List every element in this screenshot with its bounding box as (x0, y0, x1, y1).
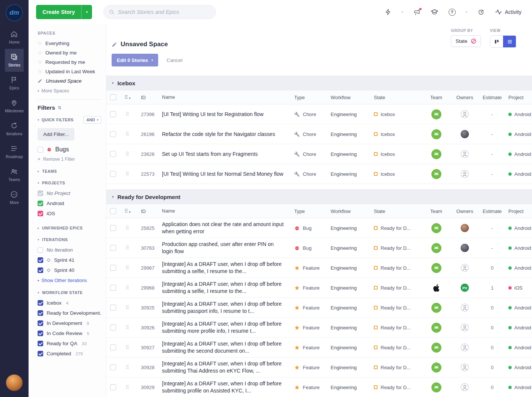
select-all-checkbox[interactable] (110, 208, 116, 214)
sidebar-space-item[interactable]: Unsaved Space (38, 76, 101, 86)
workflow-state-filter-item[interactable]: In Code Review 5 (38, 328, 101, 338)
create-story-dropdown[interactable]: ▾ (81, 5, 92, 19)
column-header-workflow[interactable]: Workflow (331, 95, 374, 100)
create-story-label[interactable]: Create Story (36, 5, 81, 19)
rail-item-teams[interactable]: Teams (5, 163, 24, 186)
rail-item-epics[interactable]: Epics (5, 72, 24, 95)
story-name-link[interactable]: Set up UI Test starts from any Fragments (156, 151, 291, 158)
story-name-link[interactable]: [Integrate] As a DRAFT user, when I drop… (156, 340, 291, 355)
star-icon[interactable]: ☆ (38, 60, 42, 65)
column-settings-icon[interactable]: ⠿▾ (124, 94, 130, 100)
bugs-quick-filter[interactable]: Bugs (38, 145, 101, 154)
history-icon[interactable] (478, 9, 485, 16)
group-header[interactable]: ▾ Ready for Development (106, 189, 532, 204)
column-header-team[interactable]: Team (423, 95, 450, 100)
row-checkbox[interactable] (110, 364, 116, 370)
workflow-state-checkbox[interactable] (38, 351, 43, 356)
table-row[interactable]: ⠿ 30928 [Integrate] As a DRAFT user, whe… (106, 358, 532, 377)
filters-sort-icon[interactable]: ⇅ (58, 105, 62, 110)
story-name-link[interactable]: [UI Test] Writing UI test for Registrati… (156, 111, 291, 118)
table-row[interactable]: ⠿ 29967 [Integrate] As a DRAFT user, whe… (106, 258, 532, 278)
star-icon[interactable]: ☆ (38, 50, 42, 55)
drag-handle-icon[interactable]: ⠿ (125, 225, 129, 231)
row-checkbox[interactable] (110, 151, 116, 157)
drag-handle-icon[interactable]: ⠿ (125, 325, 129, 331)
workflow-state-checkbox[interactable] (38, 310, 43, 316)
row-checkbox[interactable] (110, 111, 116, 117)
rail-item-home[interactable]: Home (5, 26, 24, 49)
drag-handle-icon[interactable]: ⠿ (125, 171, 129, 177)
column-header-team[interactable]: Team (423, 208, 450, 214)
column-header-estimate[interactable]: Estimate (480, 208, 505, 214)
rail-item-more[interactable]: More (5, 186, 24, 209)
show-other-iterations-link[interactable]: ▾ Show Other Iterations (38, 278, 101, 283)
sidebar-space-item[interactable]: ☆Owned by me (38, 48, 101, 57)
iterations-section-toggle[interactable]: ▾ ITERATIONS (38, 237, 101, 242)
learning-icon[interactable] (431, 8, 438, 16)
table-row[interactable]: ⠿ 26196 Refactor the code style for the … (106, 124, 532, 144)
drag-handle-icon[interactable]: ⠿ (125, 305, 129, 311)
table-row[interactable]: ⠿ 23626 Set up UI Test starts from any F… (106, 144, 532, 164)
story-name-link[interactable]: Refactor the code style for the Navigato… (156, 131, 291, 138)
drag-handle-icon[interactable]: ⠿ (125, 151, 129, 157)
project-filter-item[interactable]: No Project (38, 188, 101, 198)
star-icon[interactable]: ☆ (38, 69, 42, 74)
workflow-state-checkbox[interactable] (38, 300, 43, 306)
bugs-checkbox[interactable] (38, 147, 43, 152)
column-header-name[interactable]: Name (156, 94, 291, 101)
star-icon[interactable]: ☆ (38, 41, 42, 46)
workflow-state-filter-item[interactable]: In Development 9 (38, 318, 101, 328)
announcements-icon[interactable] (413, 9, 420, 16)
workspace-logo[interactable]: dm (6, 4, 23, 21)
drag-handle-icon[interactable]: ⠿ (125, 265, 129, 271)
row-checkbox[interactable] (110, 131, 116, 137)
drag-handle-icon[interactable]: ⠿ (125, 364, 129, 370)
quick-filters-toggle[interactable]: ▾ QUICK FILTERS (38, 118, 74, 122)
row-checkbox[interactable] (110, 285, 116, 291)
group-by-dropdown[interactable]: State (451, 35, 481, 47)
sidebar-space-item[interactable]: ☆Everything (38, 39, 101, 48)
sidebar-space-item[interactable]: ☆Updated in Last Week (38, 67, 101, 76)
column-header-state[interactable]: State (374, 208, 423, 214)
help-icon[interactable]: ? (449, 9, 456, 16)
project-filter-item[interactable]: iOS (38, 208, 101, 219)
add-filter-button[interactable]: Add Filter... (38, 128, 74, 140)
column-header-project[interactable]: Project (505, 95, 532, 100)
column-header-type[interactable]: Type (291, 208, 331, 214)
table-row[interactable]: ⠿ 22573 [UI Test] Writing UI test for No… (106, 164, 532, 184)
sidebar-space-item[interactable]: ☆Requested by me (38, 57, 101, 67)
remove-filter-button[interactable]: × Remove 1 Filter (38, 156, 101, 162)
table-row[interactable]: ⠿ 30926 [Integrate] As a DRAFT user, whe… (106, 318, 532, 338)
rail-item-stories[interactable]: Stories (5, 49, 24, 72)
project-checkbox[interactable] (38, 190, 43, 196)
activity-button[interactable]: Activity (495, 8, 521, 16)
select-all-checkbox[interactable] (110, 94, 116, 100)
workflow-state-section-toggle[interactable]: ▾ WORKFLOW STATE (38, 290, 101, 295)
column-header-project[interactable]: Project (505, 208, 532, 214)
unfinished-epics-section-toggle[interactable]: ▸ UNFINISHED EPICS (38, 226, 101, 230)
workflow-state-filter-item[interactable]: Completed 279 (38, 349, 101, 359)
project-filter-item[interactable]: Android (38, 198, 101, 208)
teams-section-toggle[interactable]: ▸ TEAMS (38, 169, 101, 174)
row-checkbox[interactable] (110, 305, 116, 311)
edit-space-icon[interactable] (112, 42, 117, 47)
workflow-state-checkbox[interactable] (38, 341, 43, 346)
column-header-estimate[interactable]: Estimate (480, 95, 505, 100)
row-checkbox[interactable] (110, 225, 116, 231)
row-checkbox[interactable] (110, 325, 116, 331)
column-header-workflow[interactable]: Workflow (331, 208, 374, 214)
table-row[interactable]: ⠿ 25825 Application does not clear the r… (106, 218, 532, 238)
create-story-button[interactable]: Create Story ▾ (36, 5, 92, 19)
projects-section-toggle[interactable]: ▾ PROJECTS (38, 181, 101, 185)
drag-handle-icon[interactable]: ⠿ (125, 111, 129, 117)
column-settings-icon[interactable]: ⠿▾ (124, 208, 130, 214)
cancel-button[interactable]: Cancel (163, 57, 186, 63)
story-name-link[interactable]: [UI Test] Writing UI test for Normal Sen… (156, 171, 291, 178)
shortcuts-icon[interactable] (385, 9, 391, 15)
drag-handle-icon[interactable]: ⠿ (125, 384, 129, 390)
workflow-state-filter-item[interactable]: Ready for QA 33 (38, 338, 101, 349)
drag-handle-icon[interactable]: ⠿ (125, 131, 129, 137)
table-row[interactable]: ⠿ 30927 [Integrate] As a DRAFT user, whe… (106, 338, 532, 358)
rail-item-roadmap[interactable]: Roadmap (5, 140, 24, 163)
iteration-checkbox[interactable] (38, 257, 43, 263)
